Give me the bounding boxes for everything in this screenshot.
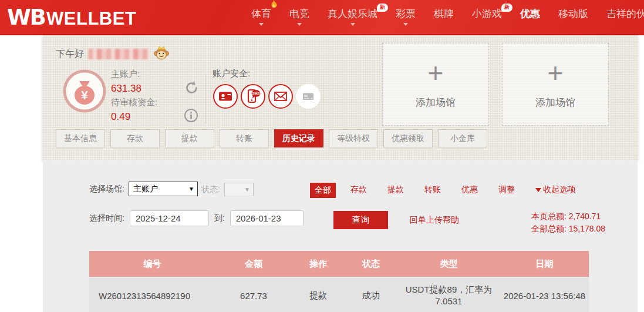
nav-item-promotions[interactable]: 优惠 [520, 7, 540, 28]
row-amount: 627.73 [215, 291, 292, 301]
tab-promo-claim[interactable]: 优惠领取 [383, 129, 433, 147]
account-security-label: 账户安全: [213, 68, 321, 79]
type-filter-adjust[interactable]: 调整 [498, 184, 515, 195]
totals-summary: 本页总额: 2,740.71 全部总额: 15,178.08 [531, 210, 605, 235]
header-id: 编号 [89, 259, 215, 270]
header-status: 状态 [345, 259, 397, 270]
new-badge: 新 [377, 4, 388, 12]
main-account-value: 631.38 [111, 81, 157, 96]
type-filter-withdraw[interactable]: 提款 [387, 184, 404, 195]
add-venue-box-1[interactable]: + 添加场馆 [382, 43, 489, 126]
sms-phone-icon[interactable]: SMS [240, 83, 266, 112]
account-tabs: 基本信息 存款 提款 转账 历史记录 等级特权 优惠领取 小金库 [56, 129, 487, 147]
header-type: 类型 [397, 258, 500, 270]
nav-item-live-casino[interactable]: 新 真人娱乐城 [328, 7, 377, 28]
nav-item-lucky-partner[interactable]: 吉祥的伙伴 [606, 7, 644, 28]
row-date: 2026-01-23 13:56:48 [500, 291, 589, 301]
status-select[interactable]: ▼ [224, 183, 254, 196]
balance-tools [184, 80, 200, 125]
svg-text:SMS: SMS [252, 91, 259, 95]
add-venue-box-2[interactable]: + 添加场馆 [502, 43, 609, 126]
nav-label: 彩票 [396, 7, 416, 21]
header-amount: 金额 [215, 259, 292, 270]
chevron-down-icon [350, 23, 355, 28]
type-filter-deposit[interactable]: 存款 [350, 184, 367, 195]
divider [205, 74, 206, 123]
triangle-down-icon [535, 188, 541, 195]
nav-label: 移动版 [558, 7, 588, 21]
nav-label: 优惠 [520, 7, 540, 21]
info-icon[interactable] [184, 108, 200, 125]
add-venue-label: 添加场馆 [416, 96, 456, 109]
status-filter-group: 状态: ▼ [201, 183, 254, 196]
greeting: 下午好 [56, 45, 170, 63]
pending-funds-label: 待审核资金: [111, 96, 157, 109]
header-action: 操作 [292, 259, 345, 270]
receipt-upload-help-link[interactable]: 回单上传帮助 [410, 215, 459, 226]
all-total-label: 全部总额: [531, 224, 567, 233]
type-filter-all[interactable]: 全部 [310, 183, 336, 198]
chevron-down-icon [403, 23, 408, 28]
to-label: 到: [214, 213, 225, 224]
nav-item-esports[interactable]: 电竞 [289, 7, 309, 28]
plus-icon: + [428, 59, 444, 86]
row-type: USDT提款89，汇率为 7.0531 [397, 284, 500, 308]
chevron-down-icon [297, 23, 302, 28]
row-action: 提款 [292, 290, 345, 301]
logo-text: WELLBET [46, 8, 136, 29]
nav-item-mini-games[interactable]: 新 小游戏 [472, 7, 502, 28]
nav-label: 电竞 [289, 7, 309, 21]
bank-card-icon[interactable] [295, 83, 321, 112]
page-total-label: 本页总额: [531, 212, 567, 221]
fire-icon [269, 0, 277, 12]
date-to-input[interactable] [230, 210, 304, 226]
chevron-down-icon: ▼ [188, 186, 194, 192]
nav-item-board-games[interactable]: 棋牌 [434, 7, 454, 28]
svg-text:¥: ¥ [81, 89, 88, 102]
tab-deposit[interactable]: 存款 [110, 129, 160, 147]
row-type-line1: USDT提款89，汇率为 [397, 284, 500, 296]
type-filter-promo[interactable]: 优惠 [461, 184, 478, 195]
venue-select-value: 主账户 [133, 184, 158, 194]
id-card-icon[interactable] [213, 83, 238, 112]
tab-history[interactable]: 历史记录 [274, 129, 323, 147]
history-table: 编号 金额 操作 状态 类型 日期 W26012313564892190 627… [89, 251, 589, 312]
collapse-options-label: 收起选项 [543, 184, 576, 195]
nav-label: 小游戏 [472, 7, 502, 21]
type-filter-transfer[interactable]: 转账 [424, 184, 441, 195]
status-select-label: 状态: [201, 184, 220, 195]
row-type-line2: 7.0531 [397, 296, 500, 307]
tab-vip-privileges[interactable]: 等级特权 [329, 129, 378, 147]
email-icon[interactable] [268, 83, 294, 112]
venue-select[interactable]: 主账户 ▼ [129, 182, 198, 196]
search-button[interactable]: 查询 [333, 211, 388, 229]
nav-label: 吉祥的伙伴 [606, 7, 644, 21]
wellbet-logo[interactable]: WB WELLBET [7, 5, 136, 30]
tab-transfer[interactable]: 转账 [220, 129, 269, 147]
monkey-icon [153, 45, 170, 63]
pending-funds-value: 0.49 [111, 109, 157, 125]
plus-icon: + [548, 59, 564, 86]
table-row: W26012313564892190 627.73 提款 成功 USDT提款89… [89, 278, 589, 312]
account-security: 账户安全: SMS [213, 68, 321, 112]
tab-vault[interactable]: 小金库 [438, 129, 487, 147]
date-from-input[interactable] [130, 210, 209, 226]
balances: 主账户: 631.38 待审核资金: 0.49 [111, 68, 157, 124]
nav-label: 棋牌 [434, 7, 454, 21]
top-navbar: WB WELLBET 体育 电竞 新 真人娱乐城 彩票 棋牌 新 [0, 0, 644, 35]
page-total-value: 2,740.71 [569, 212, 601, 221]
account-panel: 下午好 ¥ 主账户: 631.38 待审核资金: 0.49 [43, 35, 638, 160]
tab-withdraw[interactable]: 提款 [165, 129, 214, 147]
header-date: 日期 [500, 259, 589, 270]
nav-item-lottery[interactable]: 彩票 [396, 7, 416, 28]
nav-item-sports[interactable]: 体育 [251, 7, 271, 28]
row-status: 成功 [345, 290, 397, 301]
venue-filter-group: 选择场馆: 主账户 ▼ [89, 182, 198, 196]
username-blurred [88, 49, 149, 59]
tab-basic-info[interactable]: 基本信息 [56, 129, 105, 147]
collapse-options-link[interactable]: 收起选项 [535, 184, 576, 195]
history-section: 选择场馆: 主账户 ▼ 状态: ▼ 全部 存款 提款 转账 优惠 调整 收起选项… [43, 160, 638, 312]
nav-item-mobile[interactable]: 移动版 [558, 7, 588, 28]
refresh-icon[interactable] [184, 80, 200, 98]
row-id: W26012313564892190 [89, 291, 215, 301]
